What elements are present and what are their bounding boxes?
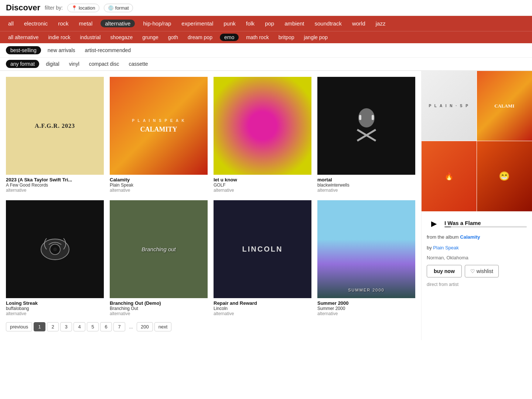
pagination-next[interactable]: next [154, 322, 172, 331]
subgenre-btn-jangle-pop[interactable]: jangle pop [301, 34, 330, 41]
format-btn-digital[interactable]: digital [43, 60, 62, 68]
album-genre-4: alternative [317, 188, 415, 193]
page-header: Discover filter by: 📍 location 💿 format [0, 0, 532, 16]
sort-btn-artist-recommended[interactable]: artist-recommended [82, 46, 134, 54]
album-art-7: LINCOLN [214, 200, 311, 298]
format-btn-cassette[interactable]: cassette [126, 60, 151, 68]
wishlist-button[interactable]: ♡ wishlist [465, 265, 499, 277]
from-album-label: from the album [427, 234, 459, 240]
format-icon: 💿 [108, 5, 114, 11]
subgenre-btn-emo[interactable]: emo [220, 34, 239, 41]
genre-btn-soundtrack[interactable]: soundtrack [313, 20, 344, 27]
genre-btn-electronic[interactable]: electronic [22, 20, 50, 27]
pagination-page-4[interactable]: 4 [74, 322, 85, 331]
list-item[interactable]: Losing Streak buffalobang alternative [6, 200, 104, 316]
album-title-2: Calamity [110, 177, 208, 183]
pagination-page-6[interactable]: 6 [100, 322, 112, 331]
album-grid: A.F.G.R. 2023 2023 (A Ska Taylor Swift T… [6, 77, 415, 316]
play-button[interactable]: ▶ [427, 216, 441, 231]
list-item[interactable]: LINCOLN Repair and Reward Lincoln altern… [214, 200, 311, 316]
subgenre-btn-dream-pop[interactable]: dream pop [185, 34, 215, 41]
subgenre-btn-indie-rock[interactable]: indie rock [46, 34, 73, 41]
album-grid-section: A.F.G.R. 2023 2023 (A Ska Taylor Swift T… [0, 71, 421, 340]
format-filter-button[interactable]: 💿 format [104, 4, 133, 12]
main-layout: A.F.G.R. 2023 2023 (A Ska Taylor Swift T… [0, 71, 532, 340]
album-genre-3: alternative [214, 188, 311, 193]
list-item[interactable]: A.F.G.R. 2023 2023 (A Ska Taylor Swift T… [6, 77, 104, 193]
heart-icon: ♡ [470, 268, 475, 274]
album-art-8: SUMMER 2000 [317, 200, 415, 298]
svg-rect-1 [359, 115, 361, 120]
album-genre-8: alternative [317, 311, 415, 316]
sort-btn-best-selling[interactable]: best-selling [6, 46, 41, 54]
pagination-last-page[interactable]: 200 [137, 322, 153, 331]
album-name-link[interactable]: Calamity [460, 234, 480, 240]
album-genre-5: alternative [6, 311, 104, 316]
pagination-page-3[interactable]: 3 [60, 322, 72, 331]
album-artist-2: Plain Speak [110, 183, 208, 188]
list-item[interactable]: let u know GOLF alternative [214, 77, 311, 193]
format-btn-cd[interactable]: compact disc [86, 60, 122, 68]
genre-btn-experimental[interactable]: experimental [179, 20, 215, 27]
right-panel-collage: P L A I N · S P CALAMI 🔥 😁 [422, 71, 532, 211]
list-item[interactable]: Branching out Branching Out (Demo) Branc… [110, 200, 208, 316]
album-title-5: Losing Streak [6, 300, 104, 306]
genre-btn-pop[interactable]: pop [263, 20, 276, 27]
list-item[interactable]: mortal blackwinterwells alternative [317, 77, 415, 193]
album-artist-7: Lincoln [214, 306, 311, 311]
rp-art-bottom-left: 🔥 [422, 141, 477, 211]
genre-btn-folk[interactable]: folk [244, 20, 257, 27]
genre-btn-all[interactable]: all [6, 20, 16, 27]
pagination-page-5[interactable]: 5 [87, 322, 99, 331]
format-btn-any[interactable]: any format [6, 60, 39, 68]
album-genre-2: alternative [110, 188, 208, 193]
subgenre-btn-shoegaze[interactable]: shoegaze [108, 34, 135, 41]
album-art-4 [317, 77, 415, 175]
genre-btn-punk[interactable]: punk [221, 20, 238, 27]
album-genre-1: alternative [6, 188, 104, 193]
album-art-6: Branching out [110, 200, 208, 298]
subgenre-btn-all-alt[interactable]: all alternative [6, 34, 41, 41]
list-item[interactable]: SUMMER 2000 Summer 2000 Summer 2000 alte… [317, 200, 415, 316]
genre-btn-jazz[interactable]: jazz [374, 20, 388, 27]
album-title-4: mortal [317, 177, 415, 183]
album-artist-3: GOLF [214, 183, 311, 188]
album-artist-1: A Few Good Records [6, 183, 104, 188]
subgenre-btn-math-rock[interactable]: math rock [244, 34, 271, 41]
subgenre-btn-industrial[interactable]: industrial [78, 34, 103, 41]
rp-art-bottom-right: 😁 [477, 141, 532, 211]
action-buttons-row: buy now ♡ wishlist [427, 265, 527, 277]
subgenre-btn-britpop[interactable]: britpop [276, 34, 297, 41]
pagination-page-2[interactable]: 2 [47, 322, 59, 331]
genre-btn-rock[interactable]: rock [56, 20, 71, 27]
artist-name-link[interactable]: Plain Speak [433, 245, 458, 250]
genre-btn-world[interactable]: world [350, 20, 368, 27]
format-bar: any format digital vinyl compact disc ca… [0, 58, 532, 71]
album-artist-6: Branching Out [110, 306, 208, 311]
direct-from-artist: direct from artist [427, 282, 527, 287]
rp-art-top-right: CALAMI [477, 71, 532, 141]
album-art-2: P L A I N S P E A K CALAMITY [110, 77, 208, 175]
location-filter-button[interactable]: 📍 location [67, 4, 99, 12]
genre-btn-ambient[interactable]: ambient [282, 20, 306, 27]
right-panel: P L A I N · S P CALAMI 🔥 😁 ▶ [421, 71, 532, 340]
list-item[interactable]: P L A I N S P E A K CALAMITY Calamity Pl… [110, 77, 208, 193]
pagination-page-1[interactable]: 1 [34, 322, 45, 331]
buy-now-button[interactable]: buy now [427, 265, 462, 277]
progress-bar[interactable] [444, 226, 527, 228]
pagination-previous[interactable]: previous [6, 322, 32, 331]
album-title-3: let u know [214, 177, 311, 183]
pagination: previous 1 2 3 4 5 6 7 ... 200 next [6, 316, 415, 334]
subgenre-btn-goth[interactable]: goth [166, 34, 180, 41]
subgenre-btn-grunge[interactable]: grunge [140, 34, 161, 41]
pagination-page-7[interactable]: 7 [113, 322, 125, 331]
svg-rect-2 [372, 115, 374, 120]
sort-btn-new-arrivals[interactable]: new arrivals [45, 46, 78, 54]
album-title-8: Summer 2000 [317, 300, 415, 306]
format-btn-vinyl[interactable]: vinyl [66, 60, 82, 68]
genre-btn-hiphop[interactable]: hip-hop/rap [141, 20, 173, 27]
genre-btn-metal[interactable]: metal [77, 20, 95, 27]
progress-fill [444, 226, 451, 228]
svg-point-7 [53, 248, 57, 251]
genre-btn-alternative[interactable]: alternative [100, 20, 135, 27]
